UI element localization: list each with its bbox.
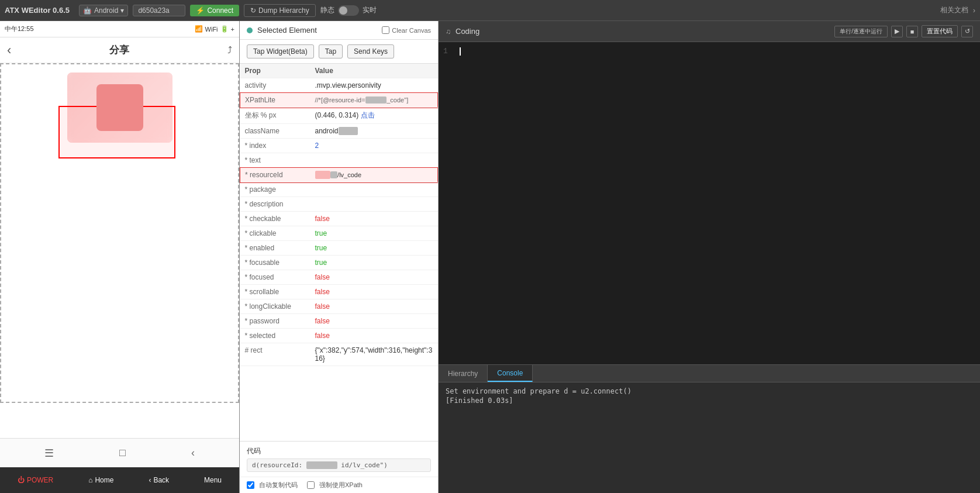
coding-title: Coding xyxy=(456,27,479,36)
home-label: Home xyxy=(95,476,113,484)
table-row: * checkablefalse xyxy=(240,212,438,226)
prop-value: //*[@resource-id= _code"] xyxy=(310,93,438,108)
refresh-button[interactable]: ↺ xyxy=(961,26,973,37)
table-row: * enabledtrue xyxy=(240,241,438,256)
home-icon: ⌂ xyxy=(88,476,92,484)
chevron-down-icon: ▾ xyxy=(120,6,124,15)
toggle-knob xyxy=(339,6,347,15)
console-tab[interactable]: Console xyxy=(488,365,533,382)
device-type-selector[interactable]: 🤖 Android ▾ xyxy=(79,5,128,16)
right-panel: ♫ Coding 单行/逐逐中运行 ▶ ■ 置置代码 ↺ 1 Hierarchy… xyxy=(439,21,980,493)
phone-screen[interactable]: 中午12:55 📶 WiFi 🔋 + ‹ 分享 ⤴ xyxy=(0,21,239,438)
device-type-label: Android xyxy=(94,6,118,15)
prop-key: className xyxy=(240,124,310,139)
android-icon: 🤖 xyxy=(83,6,92,15)
prop-value[interactable]: (0.446, 0.314) 点击 xyxy=(310,108,438,124)
table-row: 坐标 % px(0.446, 0.314) 点击 xyxy=(240,108,438,124)
table-row: * package xyxy=(240,182,438,197)
mode-toggle-group: 静态 实时 xyxy=(320,5,377,16)
tap-widget-button[interactable]: Tap Widget(Beta) xyxy=(247,44,314,58)
power-icon: ⏻ xyxy=(18,476,25,484)
editor-cursor xyxy=(460,47,461,56)
table-row: * index2 xyxy=(240,139,438,153)
prop-key: * longClickable xyxy=(240,299,310,314)
table-row: * text xyxy=(240,153,438,168)
prop-value: {"x":382,"y":574,"width":316,"height":31… xyxy=(310,343,438,366)
prop-value: .mvp.view.personivity xyxy=(310,78,438,93)
menu-button[interactable]: ☰ xyxy=(44,447,54,460)
table-row: * passwordfalse xyxy=(240,314,438,329)
console-content: Set environment and prepare d = u2.conne… xyxy=(439,382,980,493)
doc-link[interactable]: 相关文档 xyxy=(940,5,968,15)
home-bottom-button[interactable]: ⌂ Home xyxy=(88,476,113,484)
code-box: d(resourceId: id/lv_code") xyxy=(247,458,431,472)
prop-value: false xyxy=(310,299,438,314)
clear-canvas-checkbox[interactable] xyxy=(382,26,389,34)
prop-value: true xyxy=(310,241,438,256)
prop-value: true xyxy=(310,226,438,241)
selected-indicator xyxy=(247,27,253,33)
prop-value: 2 xyxy=(310,139,438,153)
dump-hierarchy-button[interactable]: ↻ Dump Hierarchy xyxy=(244,4,316,17)
back-bottom-button[interactable]: ‹ Back xyxy=(149,476,169,484)
value-col-header: Value xyxy=(310,64,438,78)
sim-icon: 📶 xyxy=(195,25,203,33)
console-line-1: Set environment and prepare d = u2.conne… xyxy=(446,387,973,395)
device-id-field[interactable]: d650a23a xyxy=(133,5,185,16)
table-row: * focusedfalse xyxy=(240,270,438,285)
replace-code-button[interactable]: 置置代码 xyxy=(922,25,958,37)
battery-icon: 🔋 xyxy=(220,25,229,33)
phone-page-title: 分享 xyxy=(109,43,129,57)
wifi-icon: WiFi xyxy=(205,26,218,33)
prop-key: * clickable xyxy=(240,226,310,241)
menu-bottom-button[interactable]: Menu xyxy=(204,476,222,484)
code-line-1: 1 xyxy=(443,47,975,56)
power-label: POWER xyxy=(27,476,53,484)
prop-col-header: Prop xyxy=(240,64,310,78)
prop-value: true xyxy=(310,256,438,270)
code-editor[interactable]: 1 xyxy=(439,42,980,364)
phone-panel: 中午12:55 📶 WiFi 🔋 + ‹ 分享 ⤴ xyxy=(0,21,240,493)
phone-image-placeholder xyxy=(67,73,172,143)
music-icon: ♫ xyxy=(446,27,451,36)
prop-value xyxy=(310,197,438,212)
prop-key: * resourceId xyxy=(240,168,310,182)
play-button[interactable]: ▶ xyxy=(891,26,903,37)
table-row: * scrollablefalse xyxy=(240,285,438,299)
table-row: classNameandroid xyxy=(240,124,438,139)
table-row: * focusabletrue xyxy=(240,256,438,270)
table-row: * description xyxy=(240,197,438,212)
auto-copy-label: 自动复制代码 xyxy=(259,481,298,489)
connect-icon: ⚡ xyxy=(196,6,205,15)
expand-icon: + xyxy=(231,26,234,33)
phone-back-button[interactable]: ‹ xyxy=(7,43,11,58)
refresh-icon: ↻ xyxy=(250,6,256,15)
prop-value: false xyxy=(310,270,438,285)
send-keys-button[interactable]: Send Keys xyxy=(347,44,394,58)
prop-key: * description xyxy=(240,197,310,212)
phone-share-button[interactable]: ⤴ xyxy=(227,45,232,56)
stop-button[interactable]: ■ xyxy=(906,26,918,37)
phone-status-bar: 中午12:55 📶 WiFi 🔋 + xyxy=(0,21,239,37)
home-button[interactable]: □ xyxy=(119,447,126,459)
connect-button[interactable]: ⚡ Connect xyxy=(190,5,239,16)
prop-value: /lv_code xyxy=(310,168,438,182)
table-row: * clickabletrue xyxy=(240,226,438,241)
force-xpath-label: 强制使用XPath xyxy=(319,481,363,489)
mode-toggle[interactable] xyxy=(338,5,359,16)
power-button[interactable]: ⏻ POWER xyxy=(18,476,53,484)
phone-nav-bar: ☰ □ ‹ xyxy=(0,438,239,467)
prop-value: false xyxy=(310,329,438,343)
auto-copy-checkbox[interactable] xyxy=(247,481,254,489)
auto-copy-section: 自动复制代码 强制使用XPath xyxy=(240,477,438,493)
hierarchy-tab[interactable]: Hierarchy xyxy=(439,365,488,382)
table-row: * selectedfalse xyxy=(240,329,438,343)
tap-button[interactable]: Tap xyxy=(319,44,343,58)
run-single-button[interactable]: 单行/逐逐中运行 xyxy=(834,26,888,37)
force-xpath-checkbox[interactable] xyxy=(307,481,315,489)
code-label: 代码 xyxy=(247,446,431,456)
back-nav-button[interactable]: ‹ xyxy=(191,447,195,459)
static-label: 静态 xyxy=(320,5,334,15)
inspector-actions: Tap Widget(Beta) Tap Send Keys xyxy=(240,40,438,64)
realtime-label: 实时 xyxy=(363,5,377,15)
